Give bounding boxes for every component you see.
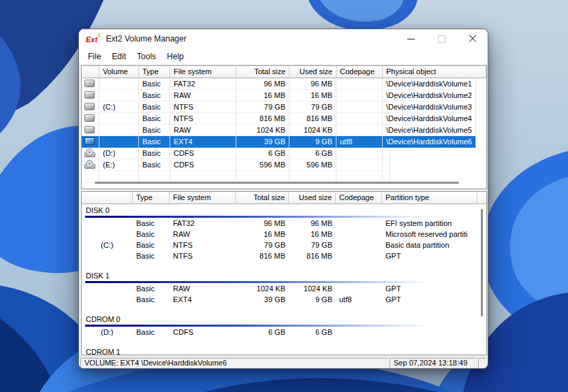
column-header-type[interactable]: Type [139,66,170,78]
cell-file_system: NTFS [170,240,236,251]
cell-total_size: 816 MB [236,251,289,262]
cell-physical_object: \Device\HarddiskVolume2 [383,90,476,101]
menu-edit[interactable]: Edit [106,50,131,63]
column-header-type[interactable]: Type [133,192,170,204]
cell-type: Basic [139,78,170,90]
cell-used_size: 1024 KB [289,284,336,295]
cell-volume [99,90,139,101]
cell-used_size: 9 GB [289,295,336,306]
disk-row[interactable]: BasicEXT439 GB9 GButf8GPT [82,295,486,306]
cell-codepage [336,218,382,229]
cell-file_system: RAW [170,229,236,240]
disk-group-rule [85,281,430,283]
cell-used_size: 6 GB [289,148,336,159]
volume-list-body: BasicFAT3296 MB96 MB\Device\HarddiskVolu… [82,78,486,182]
cell-used_size: 16 MB [289,229,336,240]
cell-volume: (D:) [99,148,139,159]
cell-file_system: FAT32 [170,78,236,90]
cell-volume [99,125,139,136]
disk-row[interactable]: (C:)BasicNTFS79 GB79 GBBasic data partit… [82,240,486,251]
cell-file_system: CDFS [170,159,236,171]
cell-icon [82,78,99,90]
harddisk-icon [84,91,95,99]
close-button[interactable] [457,29,488,48]
cell-used_size: 1024 KB [289,125,336,136]
menu-help[interactable]: Help [161,50,189,63]
volume-row[interactable]: BasicRAW1024 KB1024 KB\Device\HarddiskVo… [82,125,486,136]
disk-row[interactable]: BasicRAW1024 KB1024 KBGPT [82,284,486,295]
cdrom-icon [84,160,95,169]
column-header-codepage[interactable]: Codepage [336,66,383,78]
cell-file_system: CDFS [170,327,236,338]
cell-used_size: 816 MB [289,113,336,125]
cell-physical_object: \Device\HarddiskVolume4 [383,113,476,125]
vertical-scrollbar-thumb[interactable] [481,209,483,316]
disk-row[interactable]: (D:)BasicCDFS6 GB6 GB [82,327,486,338]
volume-list-panel: VolumeTypeFile systemTotal sizeUsed size… [81,65,487,189]
horizontal-scrollbar[interactable] [84,181,484,185]
harddisk-icon [84,126,95,133]
cell-total_size: 39 GB [236,136,289,148]
volume-row[interactable]: BasicRAW16 MB16 MB\Device\HarddiskVolume… [82,90,486,101]
volume-row[interactable]: (E:)BasicCDFS596 MB596 MB [82,159,486,171]
volume-row[interactable]: (C:)BasicNTFS79 GB79 GB\Device\HarddiskV… [82,101,486,113]
volume-row[interactable]: BasicFAT3296 MB96 MB\Device\HarddiskVolu… [82,78,486,90]
vertical-scrollbar[interactable] [477,205,486,354]
cell-used_size: 596 MB [289,159,336,171]
cell-total_size: 16 MB [236,229,289,240]
cell-total_size: 6 GB [236,148,289,159]
cell-type: Basic [139,125,170,136]
cell-codepage [336,251,382,262]
cell-codepage: utf8 [336,136,383,148]
maximize-button[interactable] [426,29,457,48]
column-header-total-size[interactable]: Total size [236,66,289,78]
cell-partition_type: GPT [382,251,477,262]
cell-type: Basic [139,113,170,125]
disk-group-rule [85,325,430,327]
disk-list-body: DISK 0BasicFAT3296 MB96 MBEFI system par… [82,204,486,355]
column-header-file-system[interactable]: File system [170,192,236,204]
volume-row[interactable]: (D:)BasicCDFS6 GB6 GB [82,148,486,159]
column-header-codepage[interactable]: Codepage [336,192,382,204]
cell-physical_object: \Device\HarddiskVolume6 [383,136,476,148]
cell-type: Basic [133,327,170,338]
column-header-icon[interactable] [82,192,133,204]
volume-row[interactable]: BasicNTFS816 MB816 MB\Device\HarddiskVol… [82,113,486,125]
cell-type: Basic [139,90,170,101]
column-header-file-system[interactable]: File system [170,66,236,78]
disk-group-label: CDROM 0 [82,314,486,325]
cell-used_size: 79 GB [289,240,336,251]
cell-codepage [336,284,382,295]
disk-row[interactable]: BasicNTFS816 MB816 MBGPT [82,251,486,262]
minimize-button[interactable] [396,29,426,48]
menu-file[interactable]: File [82,50,106,63]
horizontal-scrollbar-thumb[interactable] [95,182,459,184]
cell-codepage: utf8 [336,295,382,306]
cell-volume: (D:) [82,327,133,338]
cell-type: Basic [139,101,170,113]
volume-row[interactable]: BasicEXT439 GB9 GButf8\Device\HarddiskVo… [82,136,486,148]
status-volume-info: VOLUME: EXT4 \Device\HarddiskVolume6 [80,358,388,368]
column-header-volume[interactable]: Volume [99,66,139,78]
menubar: FileEditToolsHelp [79,48,488,65]
disk-row[interactable]: BasicRAW16 MB16 MBMicrosoft reserved par… [82,229,486,240]
disk-row[interactable]: BasicFAT3296 MB96 MBEFI system partition [82,218,486,229]
column-header-total-size[interactable]: Total size [236,192,289,204]
column-header-physical-object[interactable]: Physical object [383,66,486,78]
cell-codepage [336,159,383,171]
titlebar: Ext2 Ext2 Volume Manager [79,29,488,48]
disk-list-header: TypeFile systemTotal sizeUsed sizeCodepa… [82,192,486,204]
cell-total_size: 39 GB [236,295,289,306]
cell-partition_type: EFI system partition [382,218,477,229]
disk-group-label: CDROM 1 [82,347,486,355]
cell-type: Basic [133,218,170,229]
cell-file_system: NTFS [170,101,236,113]
menu-tools[interactable]: Tools [131,50,161,63]
column-header-used-size[interactable]: Used size [289,66,336,78]
column-header-icon[interactable] [82,66,99,78]
cell-type: Basic [139,148,170,159]
column-header-partition-type[interactable]: Partition type [382,192,477,204]
column-header-used-size[interactable]: Used size [289,192,336,204]
cell-codepage [336,148,383,159]
cell-codepage [336,113,383,125]
